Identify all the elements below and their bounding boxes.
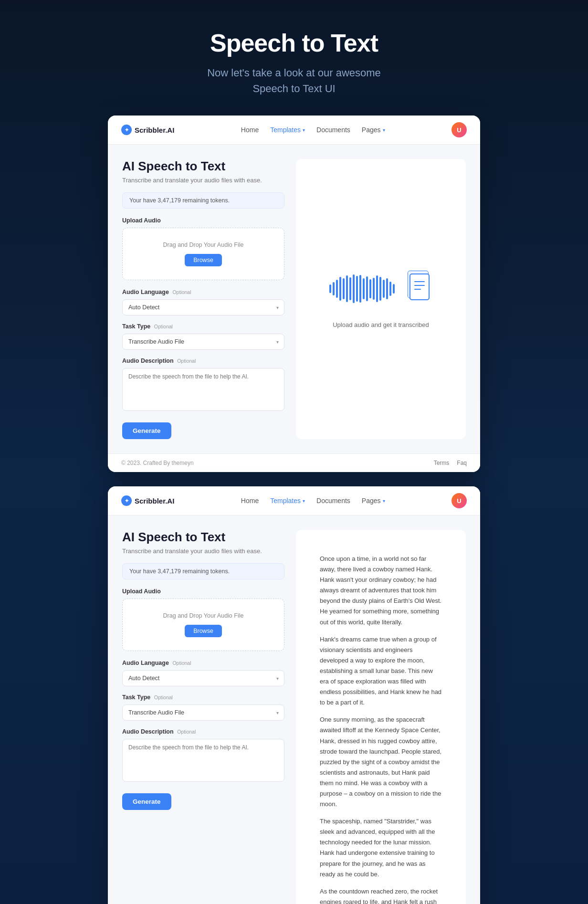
bar	[366, 276, 368, 301]
bar	[336, 280, 338, 298]
audio-language-wrapper-2: Auto Detect English Spanish ▾	[122, 670, 284, 686]
bar	[346, 275, 348, 302]
generate-button-1[interactable]: Generate	[122, 422, 171, 439]
audio-language-select-2[interactable]: Auto Detect English Spanish	[122, 670, 284, 686]
templates-arrow-1: ▾	[303, 127, 305, 133]
bar	[339, 277, 341, 301]
waveform-row-1	[329, 270, 433, 308]
right-panel-2: Once upon a time, in a world not so far …	[296, 530, 466, 904]
left-panel-2: AI Speech to Text Transcribe and transla…	[122, 530, 284, 904]
nav-templates-2[interactable]: Templates ▾	[270, 497, 305, 505]
brand-icon-2: ✦	[121, 495, 132, 506]
doc-icon-1	[406, 270, 433, 308]
transcribed-para-3: One sunny morning, as the spacecraft awa…	[320, 715, 442, 809]
page-title-2: AI Speech to Text	[122, 530, 284, 545]
task-type-wrapper-1: Transcribe Audio File Translate Audio Fi…	[122, 334, 284, 350]
nav-documents-2[interactable]: Documents	[316, 497, 350, 505]
upload-drag-text-1: Drag and Drop Your Audio File	[130, 242, 276, 248]
audio-language-select-1[interactable]: Auto Detect English Spanish	[122, 299, 284, 315]
audio-language-wrapper-1: Auto Detect English Spanish ▾	[122, 299, 284, 315]
bar	[383, 280, 385, 298]
nav-home-2[interactable]: Home	[241, 497, 259, 505]
bar	[343, 278, 345, 299]
brand-1: ✦ Scribbler.AI	[121, 125, 174, 135]
footer-links-1: Terms Faq	[434, 460, 467, 466]
bar	[363, 278, 365, 299]
hero-title: Speech to Text	[207, 29, 381, 57]
pages-arrow-1: ▾	[383, 127, 385, 133]
transcribed-content-2: Once upon a time, in a world not so far …	[310, 544, 452, 904]
audio-desc-textarea-2[interactable]	[122, 739, 284, 782]
transcribed-para-2: Hank's dreams came true when a group of …	[320, 634, 442, 708]
audio-language-field-label-2: Audio Language Optional	[122, 660, 284, 666]
pages-arrow-2: ▾	[383, 498, 385, 504]
left-panel-1: AI Speech to Text Transcribe and transla…	[122, 159, 284, 439]
navbar-1: ✦ Scribbler.AI Home Templates ▾ Document…	[108, 116, 480, 145]
waveform-bars-1	[329, 274, 395, 303]
bar	[393, 284, 395, 294]
svg-rect-5	[410, 274, 429, 300]
templates-arrow-2: ▾	[303, 498, 305, 504]
transcribed-para-5: As the countdown reached zero, the rocke…	[320, 886, 442, 904]
upload-drag-text-2: Drag and Drop Your Audio File	[130, 612, 276, 619]
card-1: ✦ Scribbler.AI Home Templates ▾ Document…	[108, 116, 480, 472]
bar	[353, 274, 355, 303]
nav-pages-1[interactable]: Pages ▾	[362, 126, 385, 134]
transcribed-para-1: Once upon a time, in a world not so far …	[320, 554, 442, 628]
upload-box-1[interactable]: Drag and Drop Your Audio File Browse	[122, 228, 284, 280]
page-subtitle-2: Transcribe and translate your audio file…	[122, 547, 284, 555]
bar	[389, 282, 391, 296]
footer-1: © 2023. Crafted By themeyn Terms Faq	[108, 453, 480, 472]
main-content-2: AI Speech to Text Transcribe and transla…	[108, 515, 480, 904]
task-type-wrapper-2: Transcribe Audio File Translate Audio Fi…	[122, 704, 284, 721]
upload-box-2[interactable]: Drag and Drop Your Audio File Browse	[122, 599, 284, 651]
task-type-field-label-1: Task Type Optional	[122, 323, 284, 330]
upload-label-1: Upload Audio	[122, 217, 284, 224]
bar	[379, 277, 381, 301]
task-type-select-1[interactable]: Transcribe Audio File Translate Audio Fi…	[122, 334, 284, 350]
generate-button-2[interactable]: Generate	[122, 793, 171, 810]
main-content-1: AI Speech to Text Transcribe and transla…	[108, 145, 480, 453]
token-badge-2: Your have 3,47,179 remaining tokens.	[122, 563, 284, 579]
footer-faq-1[interactable]: Faq	[457, 460, 467, 466]
footer-copyright-1: © 2023. Crafted By themeyn	[121, 460, 194, 466]
brand-name-2: Scribbler.AI	[135, 497, 174, 505]
task-type-select-2[interactable]: Transcribe Audio File Translate Audio Fi…	[122, 704, 284, 721]
nav-pages-2[interactable]: Pages ▾	[362, 497, 385, 505]
transcribed-para-4: The spaceship, named "Starstrider," was …	[320, 816, 442, 880]
upload-label-text-1: Upload audio and get it transcribed	[333, 321, 429, 328]
bar	[359, 275, 361, 303]
brand-icon-1: ✦	[121, 125, 132, 135]
footer-terms-1[interactable]: Terms	[434, 460, 450, 466]
browse-button-2[interactable]: Browse	[185, 625, 222, 637]
waveform-container-1: Upload audio and get it transcribed	[329, 270, 433, 328]
navbar-2: ✦ Scribbler.AI Home Templates ▾ Document…	[108, 486, 480, 515]
bar	[369, 279, 371, 298]
bar	[329, 284, 331, 293]
bar	[386, 278, 388, 299]
nav-links-1: Home Templates ▾ Documents Pages ▾	[241, 126, 385, 134]
audio-desc-field-label-1: Audio Description Optional	[122, 357, 284, 364]
card-2: ✦ Scribbler.AI Home Templates ▾ Document…	[108, 486, 480, 904]
bar	[356, 276, 358, 302]
brand-2: ✦ Scribbler.AI	[121, 495, 174, 506]
page-subtitle-1: Transcribe and translate your audio file…	[122, 177, 284, 184]
nav-templates-1[interactable]: Templates ▾	[270, 126, 305, 134]
hero-section: Speech to Text Now let's take a look at …	[207, 29, 381, 96]
hero-subtitle: Now let's take a look at our awesome Spe…	[207, 65, 381, 96]
nav-home-1[interactable]: Home	[241, 126, 259, 134]
nav-links-2: Home Templates ▾ Documents Pages ▾	[241, 497, 385, 505]
avatar-1[interactable]: U	[452, 122, 467, 137]
nav-documents-1[interactable]: Documents	[316, 126, 350, 134]
audio-desc-textarea-1[interactable]	[122, 368, 284, 411]
upload-label-field-2: Upload Audio	[122, 588, 284, 595]
task-type-field-label-2: Task Type Optional	[122, 694, 284, 701]
audio-language-field-label-1: Audio Language Optional	[122, 289, 284, 295]
page-title-1: AI Speech to Text	[122, 159, 284, 174]
bar	[373, 278, 375, 300]
avatar-2[interactable]: U	[452, 493, 467, 508]
browse-button-1[interactable]: Browse	[185, 254, 222, 266]
brand-name-1: Scribbler.AI	[135, 126, 174, 134]
bar	[333, 282, 335, 295]
audio-desc-field-label-2: Audio Description Optional	[122, 728, 284, 735]
